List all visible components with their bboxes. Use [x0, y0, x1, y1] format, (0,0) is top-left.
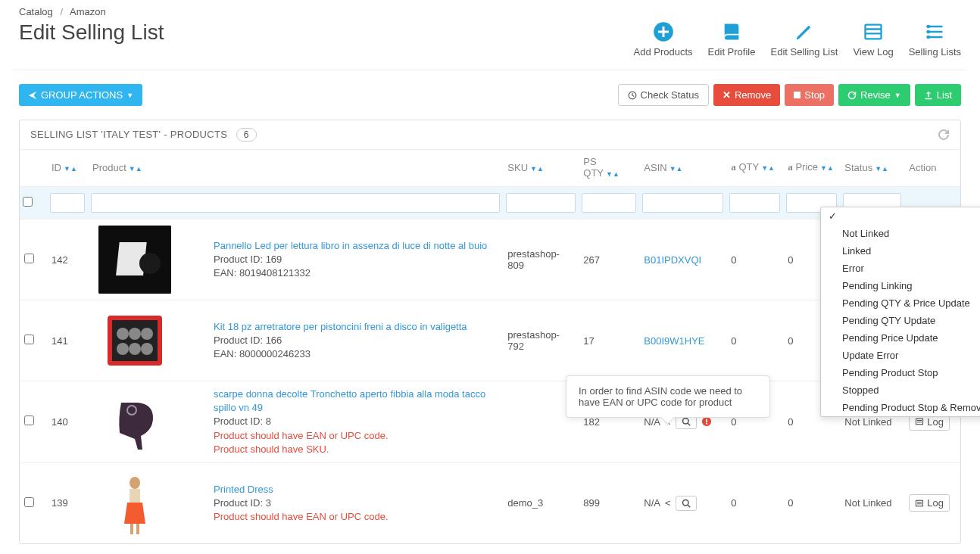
- product-ean-line: EAN: 8000000246233: [214, 348, 311, 359]
- col-aqty[interactable]: a QTY▼▲: [726, 150, 783, 187]
- filter-psqty[interactable]: [582, 193, 636, 213]
- col-aprice[interactable]: a Price▼▲: [783, 150, 840, 187]
- filter-id[interactable]: [50, 193, 85, 213]
- breadcrumb-current: Amazon: [70, 6, 106, 17]
- selling-lists-button[interactable]: Selling Lists: [909, 20, 961, 58]
- row-id: 141: [47, 300, 88, 381]
- edit-profile-button[interactable]: Edit Profile: [708, 20, 756, 58]
- toolbar-item-label: Edit Profile: [708, 46, 756, 58]
- status-dropdown[interactable]: Not LinkedLinkedErrorPending LinkingPend…: [820, 207, 980, 417]
- product-info: Printed DressProduct ID: 3Product should…: [209, 462, 503, 543]
- svg-point-8: [139, 253, 161, 274]
- row-checkbox[interactable]: [24, 335, 34, 344]
- row-aqty: 0: [726, 219, 783, 300]
- table-row: 142Pannello Led per lettura libro in ass…: [20, 219, 960, 300]
- asin-link[interactable]: B01IPDXVQI: [644, 254, 701, 266]
- status-option[interactable]: Stopped: [821, 381, 980, 399]
- add-products-button[interactable]: Add Products: [634, 20, 693, 58]
- row-status: Not Linked: [840, 462, 904, 543]
- row-sku: prestashop-809: [503, 219, 579, 300]
- table-row: 140scarpe donna decolte Tronchetto apert…: [20, 381, 960, 463]
- status-option[interactable]: Pending Product Stop & Remove: [821, 399, 980, 416]
- product-image: [98, 307, 171, 375]
- toolbar-item-label: Edit Selling List: [770, 46, 838, 58]
- stop-button[interactable]: Stop: [785, 84, 834, 106]
- svg-point-17: [141, 343, 153, 355]
- product-id-line: Product ID: 169: [214, 254, 282, 265]
- row-checkbox[interactable]: [24, 416, 34, 425]
- product-error: Product should have EAN or UPC code.: [214, 430, 389, 441]
- toolbar-item-label: Add Products: [634, 46, 693, 58]
- breadcrumb-root[interactable]: Catalog: [19, 6, 53, 17]
- product-title-link[interactable]: Printed Dress: [214, 484, 273, 495]
- product-title-link[interactable]: scarpe donna decolte Tronchetto aperto f…: [214, 388, 485, 413]
- status-option[interactable]: Pending QTY Update: [821, 312, 980, 329]
- group-actions-button[interactable]: GROUP ACTIONS ▼: [19, 84, 142, 106]
- filter-asin[interactable]: [642, 193, 723, 213]
- col-action: Action: [904, 150, 960, 187]
- status-option[interactable]: Pending Price Update: [821, 329, 980, 347]
- check-status-button[interactable]: Check Status: [618, 84, 709, 106]
- status-option[interactable]: Pending QTY & Price Update: [821, 294, 980, 312]
- status-option[interactable]: Pending Product Stop: [821, 364, 980, 381]
- view-log-button[interactable]: View Log: [853, 20, 893, 58]
- edit-selling-list-button[interactable]: Edit Selling List: [770, 20, 838, 58]
- status-option[interactable]: Linked: [821, 242, 980, 260]
- asin-link[interactable]: B00I9W1HYE: [644, 335, 704, 347]
- col-psqty[interactable]: PS QTY▼▲: [579, 150, 639, 187]
- asin-na: N/A: [644, 497, 660, 509]
- col-status[interactable]: Status▼▲: [840, 150, 904, 187]
- filter-aqty[interactable]: [729, 193, 780, 213]
- product-title-link[interactable]: Kit 18 pz arretratore per pistoncini fre…: [214, 321, 467, 332]
- filter-product[interactable]: [91, 193, 500, 213]
- pencil-icon: [794, 20, 815, 43]
- row-psqty: 899: [579, 462, 639, 543]
- svg-point-16: [129, 343, 141, 355]
- row-checkbox[interactable]: [24, 497, 34, 507]
- row-checkbox[interactable]: [24, 254, 34, 263]
- svg-rect-24: [916, 419, 923, 425]
- filter-check-all[interactable]: [23, 197, 33, 207]
- row-id: 140: [47, 381, 88, 463]
- product-id-line: Product ID: 166: [214, 335, 282, 346]
- refresh-icon[interactable]: [938, 129, 950, 141]
- status-option[interactable]: Error: [821, 260, 980, 277]
- row-psqty: 267: [579, 219, 639, 300]
- status-option[interactable]: [821, 207, 980, 225]
- filter-sku[interactable]: [506, 193, 576, 213]
- col-asin[interactable]: ASIN▼▲: [639, 150, 726, 187]
- svg-point-30: [682, 500, 688, 506]
- row-sku: demo_3: [503, 462, 579, 543]
- svg-rect-28: [130, 524, 133, 534]
- svg-rect-1: [866, 25, 882, 39]
- product-info: scarpe donna decolte Tronchetto aperto f…: [209, 381, 503, 463]
- panel-title: SELLING LIST 'ITALY TEST' - PRODUCTS: [30, 129, 227, 140]
- status-option[interactable]: Not Linked: [821, 225, 980, 242]
- revise-button[interactable]: Revise ▼: [838, 84, 910, 106]
- col-sku[interactable]: SKU▼▲: [503, 150, 579, 187]
- svg-point-3: [928, 31, 929, 33]
- status-option[interactable]: Update Error: [821, 347, 980, 364]
- breadcrumb: Catalog / Amazon: [13, 0, 967, 20]
- product-info: Pannello Led per lettura libro in assenz…: [209, 219, 503, 300]
- product-ean-line: EAN: 8019408121332: [214, 267, 311, 279]
- asin-tooltip: In order to find ASIN code we need to ha…: [566, 375, 770, 418]
- log-button[interactable]: Log: [909, 494, 950, 512]
- product-error: Product should have EAN or UPC code.: [214, 511, 389, 522]
- book-icon: [721, 20, 742, 43]
- product-title-link[interactable]: Pannello Led per lettura libro in assenz…: [214, 240, 487, 251]
- remove-button[interactable]: ✕ Remove: [713, 84, 780, 106]
- status-option[interactable]: Pending Linking: [821, 277, 980, 294]
- col-product[interactable]: Product▼▲: [88, 150, 209, 187]
- product-id-line: Product ID: 8: [214, 416, 271, 427]
- svg-point-12: [117, 328, 129, 340]
- list-button[interactable]: List: [915, 84, 961, 106]
- asin-search-button[interactable]: [676, 496, 697, 511]
- col-id[interactable]: ID▼▲: [47, 150, 88, 187]
- row-sku: prestashop-792: [503, 300, 579, 381]
- row-aqty: 0: [726, 462, 783, 543]
- svg-point-14: [141, 328, 153, 340]
- product-error: Product should have SKU.: [214, 444, 329, 455]
- product-image: [98, 387, 171, 456]
- svg-point-26: [130, 477, 140, 489]
